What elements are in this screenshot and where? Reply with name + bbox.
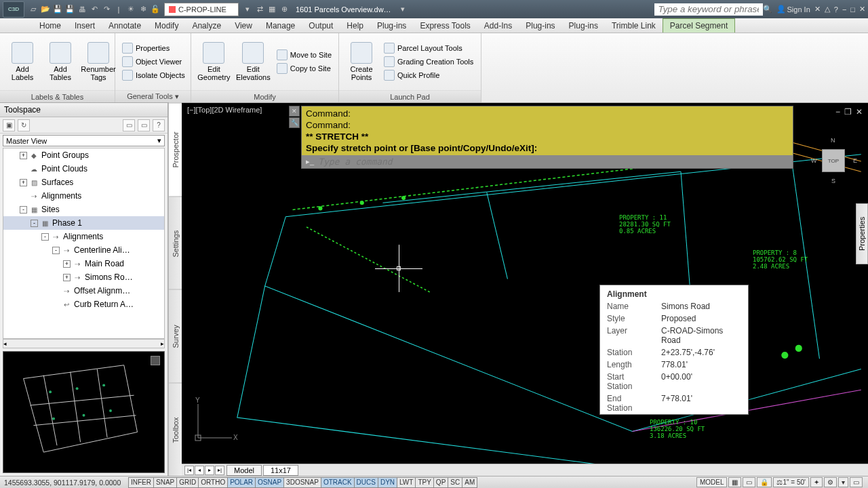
renumber-tags-button[interactable]: RenumberTags xyxy=(81,41,115,83)
quick-profile-button[interactable]: Quick Profile xyxy=(382,69,475,81)
copy-to-site-button[interactable]: Copy to Site xyxy=(275,62,333,75)
vp-close-icon[interactable]: ✕ xyxy=(856,107,863,117)
menu-tab-plug-ins[interactable]: Plug-ins xyxy=(519,18,561,33)
tree-expander[interactable]: - xyxy=(52,247,60,254)
menu-tab-annotate[interactable]: Annotate xyxy=(102,18,148,33)
toolspace-tab-survey[interactable]: Survey xyxy=(169,289,182,383)
search-input[interactable] xyxy=(654,3,763,16)
status-toggle-otrack[interactable]: OTRACK xyxy=(321,477,355,488)
toolspace-tab-prospector[interactable]: Prospector xyxy=(169,103,182,197)
viewcube-w[interactable]: W xyxy=(811,157,817,164)
sb-tray-icon[interactable]: ▭ xyxy=(850,477,863,487)
ucs-icon[interactable]: Y X xyxy=(191,397,239,446)
drawing-viewport[interactable]: [−][Top][2D Wireframe] ✕ 🔧 Command: Comm… xyxy=(182,103,868,476)
current-layer-dropdown[interactable]: C-PROP-LINE xyxy=(164,3,239,16)
tree-item[interactable]: -▦Phase 1 xyxy=(3,216,164,230)
layout-next-icon[interactable]: ▸ xyxy=(205,466,214,475)
misc-icon-1[interactable]: ⇄ xyxy=(254,4,265,15)
sign-in-button[interactable]: 👤 Sign In xyxy=(776,5,810,14)
tree-item[interactable]: -⇢Centerline Ali… xyxy=(3,243,164,257)
status-toggle-grid[interactable]: GRID xyxy=(176,477,199,488)
toolspace-item-icon[interactable]: ▣ xyxy=(3,119,15,131)
status-toggle-infer[interactable]: INFER xyxy=(128,477,154,488)
edit-geometry-button[interactable]: EditGeometry xyxy=(197,41,231,83)
viewcube-n[interactable]: N xyxy=(831,137,835,144)
menu-tab-insert[interactable]: Insert xyxy=(68,18,102,33)
menu-tab-trimble-link[interactable]: Trimble Link xyxy=(605,18,663,33)
cmd-wrench-icon[interactable]: 🔧 xyxy=(289,117,300,128)
misc-icon-2[interactable]: ▦ xyxy=(267,4,277,15)
tree-expander[interactable]: + xyxy=(20,179,27,186)
toolspace-tb-2[interactable]: ▭ xyxy=(138,119,150,131)
prospector-tree[interactable]: +◆Point Groups☁Point Clouds+▨Surfaces⇢Al… xyxy=(3,148,165,339)
tree-expander[interactable]: + xyxy=(63,260,71,268)
tree-item[interactable]: ↩Curb Return A… xyxy=(3,298,164,311)
sb-grid-icon[interactable]: ▦ xyxy=(728,477,741,487)
status-toggle-qp[interactable]: QP xyxy=(433,477,448,488)
sb-misc-1[interactable]: ✦ xyxy=(810,477,823,487)
tree-expander[interactable]: + xyxy=(63,274,71,281)
master-view-dropdown[interactable]: Master View▾ xyxy=(3,135,165,146)
toolspace-refresh-icon[interactable]: ↻ xyxy=(18,119,30,131)
lock-icon[interactable]: 🔓 xyxy=(150,4,161,15)
status-toggle-lwt[interactable]: LWT xyxy=(397,477,416,488)
maximize-icon[interactable]: □ xyxy=(850,5,855,14)
tree-item[interactable]: -⇢Alignments xyxy=(3,230,164,243)
tree-expander[interactable]: + xyxy=(20,152,27,159)
saveas-icon[interactable]: 💾 xyxy=(64,4,75,15)
close-icon[interactable]: ✕ xyxy=(859,5,865,14)
add-tables-button[interactable]: AddTables xyxy=(43,41,77,83)
new-icon[interactable]: ▱ xyxy=(28,4,39,15)
tree-item[interactable]: +▨Surfaces xyxy=(3,176,164,189)
tree-expander[interactable]: - xyxy=(20,206,27,214)
layout-last-icon[interactable]: ▸| xyxy=(215,466,224,475)
viewcube[interactable]: N S E W TOP xyxy=(810,137,857,184)
status-toggle-tpy[interactable]: TPY xyxy=(415,477,433,488)
tree-item[interactable]: ☁Point Clouds xyxy=(3,162,164,176)
viewcube-s[interactable]: S xyxy=(831,178,835,184)
qat-more-icon[interactable]: ▾ xyxy=(242,4,253,15)
status-toggle-am[interactable]: AM xyxy=(462,477,477,488)
parcel-layout-tools-button[interactable]: Parcel Layout Tools xyxy=(382,42,475,54)
sb-layout-icon[interactable]: ▭ xyxy=(743,477,755,487)
menu-tab-plug-ins[interactable]: Plug-ins xyxy=(562,18,605,33)
menu-tab-manage[interactable]: Manage xyxy=(259,18,302,33)
command-input[interactable] xyxy=(318,157,789,167)
menu-tab-plug-ins[interactable]: Plug-ins xyxy=(370,18,413,33)
status-toggle-osnap[interactable]: OSNAP xyxy=(255,477,284,488)
status-toggle-ortho[interactable]: ORTHO xyxy=(198,477,228,488)
properties-button[interactable]: Properties xyxy=(121,42,186,54)
toolspace-help-icon[interactable]: ? xyxy=(153,119,165,131)
tree-expander[interactable]: - xyxy=(31,220,38,227)
status-toggle-ducs[interactable]: DUCS xyxy=(354,477,378,488)
cursor-coordinates[interactable]: 1455693.3055, 901117.9179, 0.0000 xyxy=(0,479,129,487)
toolspace-tab-toolbox[interactable]: Toolbox xyxy=(169,383,182,476)
doc-dropdown-icon[interactable]: ▾ xyxy=(397,4,408,15)
open-icon[interactable]: 📂 xyxy=(40,4,51,15)
panel-title[interactable]: General Tools ▾ xyxy=(115,90,191,102)
redo-icon[interactable]: ↷ xyxy=(101,4,112,15)
status-toggle-sc[interactable]: SC xyxy=(448,477,462,488)
status-toggle-3dosnap[interactable]: 3DOSNAP xyxy=(283,477,321,488)
workspace-switch-icon[interactable]: ▾ xyxy=(838,477,848,487)
app-logo[interactable]: C3D xyxy=(3,1,24,18)
save-icon[interactable]: 💾 xyxy=(52,4,63,15)
help-icon[interactable]: ? xyxy=(834,5,838,14)
isolate-objects-button[interactable]: Isolate Objects xyxy=(121,69,186,81)
undo-icon[interactable]: ↶ xyxy=(89,4,100,15)
menu-tab-view[interactable]: View xyxy=(228,18,259,33)
tree-item[interactable]: ⇢Alignments xyxy=(3,189,164,203)
properties-palette-tab[interactable]: Properties xyxy=(856,203,868,264)
menu-tab-parcel-segment[interactable]: Parcel Segment xyxy=(663,18,735,33)
light-icon[interactable]: ☀ xyxy=(125,4,136,15)
layout-prev-icon[interactable]: ◂ xyxy=(195,466,204,475)
status-toggle-snap[interactable]: SNAP xyxy=(153,477,177,488)
tree-item[interactable]: +⇢Simons Ro… xyxy=(3,270,164,284)
menu-tab-output[interactable]: Output xyxy=(302,18,340,33)
viewcube-e[interactable]: E xyxy=(853,157,857,164)
add-labels-button[interactable]: AddLabels xyxy=(5,41,39,83)
preview-toggle[interactable] xyxy=(151,356,160,365)
layout-tab-11x17[interactable]: 11x17 xyxy=(263,465,298,476)
grading-creation-tools-button[interactable]: Grading Creation Tools xyxy=(382,56,475,68)
menu-tab-home[interactable]: Home xyxy=(33,18,68,33)
